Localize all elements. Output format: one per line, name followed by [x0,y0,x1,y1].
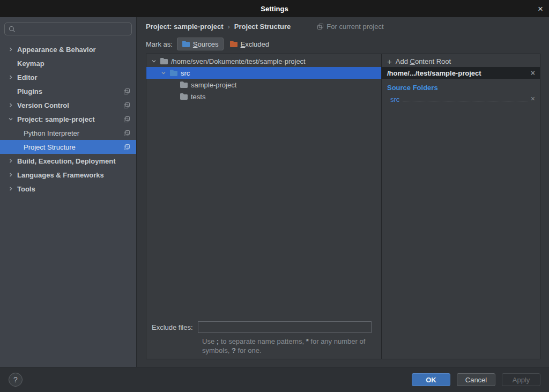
sidebar-item-label: Build, Execution, Deployment [17,157,115,165]
sidebar-item-label: Keymap [17,60,44,68]
remove-source-folder-icon[interactable]: × [531,95,535,102]
sidebar-item-project-structure[interactable]: Project Structure [0,140,136,154]
sidebar-item-label: Languages & Frameworks [17,171,104,179]
project-scope-icon [124,144,130,150]
content-root-path: /home/.../test/sample-project [387,69,481,77]
directory-tree-panel: /home/sven/Dokumente/test/sample-project… [146,54,382,359]
source-folder-icon [169,69,178,77]
apply-button[interactable]: Apply [502,373,540,386]
tree-row-label: sample-project [191,81,236,89]
chevron-down-icon[interactable] [160,70,167,76]
window-title: Settings [261,5,288,13]
chevron-right-icon [8,102,14,108]
source-folders-heading: Source Folders [387,84,540,92]
ok-button[interactable]: OK [412,373,450,386]
titlebar: Settings × [0,0,549,17]
mark-as-excluded-label: Excluded [241,40,269,48]
help-button[interactable]: ? [9,373,23,387]
remove-content-root-icon[interactable]: × [531,69,535,77]
exclude-files-hint: Use ; to separate name patterns, * for a… [202,337,382,355]
sidebar-item-plugins[interactable]: Plugins [0,84,136,98]
window-close-icon[interactable]: × [538,4,543,13]
content-root-entry[interactable]: /home/.../test/sample-project × [382,67,540,79]
chevron-down-icon [8,116,14,122]
settings-content: Project: sample-project › Project Struct… [137,17,549,367]
sidebar-item-label: Tools [17,185,35,193]
tree-row-label: tests [191,93,205,101]
sidebar-item-label: Python Interpreter [24,129,79,137]
dotted-leader [403,101,528,101]
breadcrumb: Project: sample-project › Project Struct… [137,17,549,35]
exclude-files-label: Exclude files: [152,323,193,331]
sidebar-item-label: Editor [17,73,38,82]
tree-row-content-root[interactable]: /home/sven/Dokumente/test/sample-project [146,55,381,67]
project-scope-icon [124,88,130,94]
sidebar-item-label: Plugins [17,87,42,95]
mark-as-sources-button[interactable]: Sources [177,38,224,50]
tree-row-sample-project[interactable]: sample-project [146,79,381,91]
excluded-folder-icon [229,40,238,48]
project-structure-panels: /home/sven/Dokumente/test/sample-project… [146,54,540,359]
sidebar-item-python-interpreter[interactable]: Python Interpreter [0,126,136,140]
add-content-root-label: Add Content Root [396,57,451,65]
source-folder-entry[interactable]: src × [390,94,535,103]
project-scope-icon [317,24,323,29]
sidebar-item-label: Project: sample-project [17,115,95,123]
search-input[interactable] [18,25,128,33]
breadcrumb-separator: › [228,23,230,31]
sidebar-item-editor[interactable]: Editor [0,70,136,84]
chevron-right-icon [8,158,14,164]
sidebar-item-label: Version Control [17,101,69,109]
context-note-label: For current project [327,23,383,31]
sidebar-item-label: Appearance & Behavior [17,46,96,54]
tree-row-label: src [181,69,190,77]
settings-search[interactable] [4,23,132,35]
project-scope-icon [124,130,130,136]
context-note: For current project [317,23,383,31]
mark-as-toolbar: Mark as: Sources Excluded [137,35,549,53]
chevron-right-icon [8,172,14,177]
plus-icon: + [387,57,392,65]
exclude-files-input[interactable] [198,321,372,333]
sidebar-item-keymap[interactable]: Keymap [0,56,136,70]
breadcrumb-project: Project: sample-project [146,23,224,31]
sidebar-item-tools[interactable]: Tools [0,182,136,196]
cancel-button[interactable]: Cancel [457,373,495,386]
chevron-right-icon [8,186,14,191]
source-folder-name: src [390,95,399,103]
tree-row-label: /home/sven/Dokumente/test/sample-project [171,57,306,65]
source-folder-icon [182,40,190,48]
mark-as-sources-label: Sources [193,40,219,48]
sidebar-item-label: Project Structure [24,143,76,151]
project-scope-icon [124,116,130,122]
folder-icon [180,92,188,101]
mark-as-excluded-button[interactable]: Excluded [228,38,273,50]
tree-row-src[interactable]: src [146,67,381,79]
sidebar-item-project-sample-project[interactable]: Project: sample-project [0,112,136,126]
folder-icon [180,80,188,89]
sidebar-item-version-control[interactable]: Version Control [0,98,136,112]
sidebar-item-build-execution-deployment[interactable]: Build, Execution, Deployment [0,154,136,168]
chevron-right-icon [8,75,14,80]
mark-as-label: Mark as: [146,40,173,48]
content-root-panel: + Add Content Root /home/.../test/sample… [382,54,540,359]
project-scope-icon [124,102,130,108]
settings-sidebar: Appearance & Behavior Keymap Editor Plug… [0,17,137,367]
exclude-files-section: Exclude files: Use ; to separate name pa… [146,321,381,355]
sidebar-item-languages-frameworks[interactable]: Languages & Frameworks [0,168,136,182]
chevron-right-icon [8,47,14,52]
tree-row-tests[interactable]: tests [146,91,381,102]
folder-icon [160,57,168,65]
sidebar-item-appearance-behavior[interactable]: Appearance & Behavior [0,42,136,56]
page-title: Project Structure [234,23,291,31]
dialog-footer: ? OK Cancel Apply [0,367,549,392]
chevron-down-icon[interactable] [151,58,157,64]
add-content-root-button[interactable]: + Add Content Root [382,55,540,67]
search-icon [9,26,16,33]
